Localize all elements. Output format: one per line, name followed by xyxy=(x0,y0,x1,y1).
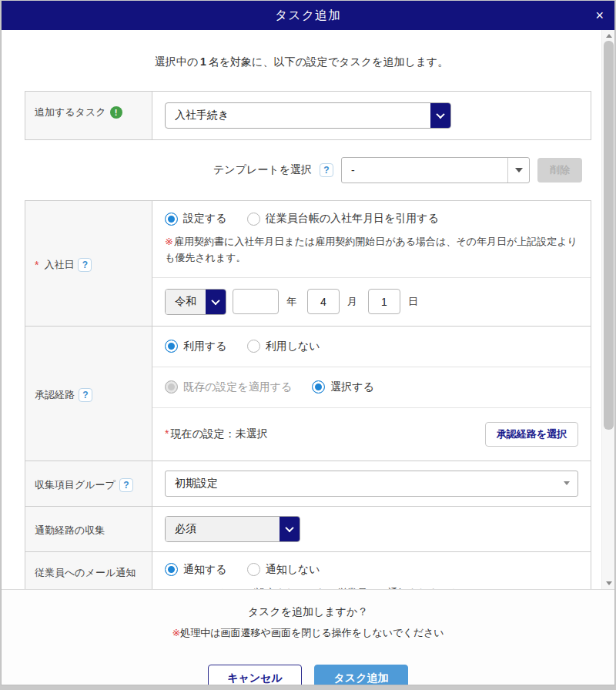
info-icon[interactable]: ! xyxy=(110,106,122,119)
help-icon-collect-group[interactable]: ? xyxy=(119,478,133,492)
radio-apply-existing[interactable]: 既存の設定を適用する xyxy=(165,380,292,394)
dropdown-arrow-icon xyxy=(507,158,529,183)
collect-group-label: 収集項目グループ xyxy=(35,478,116,492)
chevron-down-icon xyxy=(206,290,226,314)
mail-notice-note: ※メールアドレスが設定されていない従業員には通知されません。 xyxy=(165,584,578,590)
required-mark: * xyxy=(35,259,38,271)
select-approval-route-button[interactable]: 承認経路を選択 xyxy=(485,422,578,447)
modal-body: 選択中の1名を対象に、以下の設定でタスクを追加します。 追加するタスク ! 入社… xyxy=(2,30,614,590)
approval-route-row: 承認経路 ? 利用する 利用しない xyxy=(25,326,591,461)
footer-note: ※処理中は画面遷移や画面を閉じる操作をしないでください xyxy=(2,626,614,640)
day-input[interactable] xyxy=(368,289,400,314)
radio-on-icon xyxy=(165,213,178,226)
collect-group-value: 初期設定 xyxy=(166,471,556,496)
task-select-table: 追加するタスク ! 入社手続き xyxy=(25,91,591,140)
cancel-button[interactable]: キャンセル xyxy=(208,665,302,685)
modal-header: タスク追加 × xyxy=(2,1,614,30)
mail-notice-label-cell: 従業員へのメール通知 xyxy=(25,552,152,590)
hire-date-note: ※雇用契約書に入社年月日または雇用契約開始日がある場合は、その年月日が上記設定よ… xyxy=(165,233,578,266)
radio-not-notify[interactable]: 通知しない xyxy=(247,563,320,577)
radio-disabled-icon xyxy=(165,380,178,394)
selected-count: 1 xyxy=(198,55,209,68)
commute-label: 通勤経路の収集 xyxy=(35,524,105,538)
era-select[interactable]: 令和 xyxy=(165,289,226,315)
vertical-scrollbar[interactable] xyxy=(601,30,614,589)
dropdown-arrow-icon xyxy=(556,471,578,496)
current-setting-text: *現在の設定：未選択 xyxy=(165,427,268,441)
collect-group-row: 収集項目グループ ? 初期設定 xyxy=(25,461,591,506)
add-task-modal: タスク追加 × 選択中の1名を対象に、以下の設定でタスクを追加します。 追加する… xyxy=(1,1,615,685)
help-icon-hire-date[interactable]: ? xyxy=(78,258,92,272)
scroll-down-icon[interactable] xyxy=(602,578,614,589)
collect-group-label-cell: 収集項目グループ ? xyxy=(25,461,152,506)
radio-notify[interactable]: 通知する xyxy=(165,563,227,577)
radio-use-approval[interactable]: 利用する xyxy=(165,340,227,353)
commute-field-cell: 必須 xyxy=(152,507,591,551)
month-unit: 月 xyxy=(347,295,357,309)
collect-group-field-cell: 初期設定 xyxy=(152,461,591,506)
confirm-question: タスクを追加しますか？ xyxy=(2,605,614,619)
hire-date-label-cell: * 入社日 ? xyxy=(25,201,152,326)
task-select[interactable]: 入社手続き xyxy=(165,102,451,129)
radio-off-icon xyxy=(247,563,260,576)
radio-set-date[interactable]: 設定する xyxy=(165,212,227,226)
mail-notice-field-cell: 通知する 通知しない ※メールアドレスが設定されていない従業員には通知されません… xyxy=(152,552,591,590)
template-combobox-value: - xyxy=(342,158,507,183)
chevron-down-icon xyxy=(430,103,450,128)
task-label: 追加するタスク xyxy=(35,106,106,119)
radio-off-icon xyxy=(247,340,260,353)
intro-text: 選択中の1名を対象に、以下の設定でタスクを追加します。 xyxy=(2,30,601,75)
commute-row: 通勤経路の収集 必須 xyxy=(25,506,591,551)
mail-notice-row: 従業員へのメール通知 通知する 通知しない xyxy=(25,551,591,590)
task-row: 追加するタスク ! 入社手続き xyxy=(25,92,591,139)
task-select-value: 入社手続き xyxy=(166,103,430,128)
collect-group-combobox[interactable]: 初期設定 xyxy=(165,471,578,497)
radio-on-icon xyxy=(165,340,178,353)
modal-title: タスク追加 xyxy=(275,8,341,24)
hire-date-field-cell: 設定する 従業員台帳の入社年月日を引用する ※雇用契約書に入社年月日または雇用契… xyxy=(152,201,591,326)
mail-notice-label: 従業員へのメール通知 xyxy=(35,566,136,580)
commute-select-value: 必須 xyxy=(166,517,280,541)
help-icon-approval[interactable]: ? xyxy=(79,388,92,402)
footer-buttons: キャンセル タスク追加 xyxy=(2,665,614,685)
radio-not-use-approval[interactable]: 利用しない xyxy=(247,340,320,353)
era-select-value: 令和 xyxy=(166,290,206,314)
approval-field-cell: 利用する 利用しない 既存の設定を適用する xyxy=(152,327,591,461)
approval-label: 承認経路 xyxy=(35,388,75,402)
year-input[interactable] xyxy=(233,289,279,314)
year-unit: 年 xyxy=(286,295,296,309)
day-unit: 日 xyxy=(408,295,418,309)
template-row: テンプレートを選択 ? - 削除 xyxy=(2,140,601,185)
radio-select-route[interactable]: 選択する xyxy=(312,380,374,394)
radio-off-icon xyxy=(247,213,260,226)
add-task-button[interactable]: タスク追加 xyxy=(314,665,408,685)
radio-on-icon xyxy=(165,563,178,576)
hire-date-row: * 入社日 ? 設定する xyxy=(25,201,591,326)
hire-date-label: 入社日 xyxy=(44,258,74,272)
scrollbar-thumb[interactable] xyxy=(604,41,614,430)
commute-label-cell: 通勤経路の収集 xyxy=(25,507,152,551)
month-input[interactable] xyxy=(307,289,340,314)
task-label-cell: 追加するタスク ! xyxy=(25,92,152,139)
chevron-down-icon xyxy=(280,517,300,541)
commute-select[interactable]: 必須 xyxy=(165,516,300,542)
close-icon[interactable]: × xyxy=(595,1,604,30)
approval-label-cell: 承認経路 ? xyxy=(25,327,152,461)
settings-table: * 入社日 ? 設定する xyxy=(25,200,591,590)
scroll-up-icon[interactable] xyxy=(602,30,614,42)
task-field-cell: 入社手続き xyxy=(152,92,591,139)
help-icon-template[interactable]: ? xyxy=(320,163,333,177)
radio-quote-roster[interactable]: 従業員台帳の入社年月日を引用する xyxy=(247,212,439,226)
delete-template-button[interactable]: 削除 xyxy=(537,158,582,183)
radio-on-icon xyxy=(312,380,325,394)
template-combobox[interactable]: - xyxy=(341,157,530,183)
template-label: テンプレートを選択 xyxy=(213,163,312,177)
modal-footer: タスクを追加しますか？ ※処理中は画面遷移や画面を閉じる操作をしないでください … xyxy=(2,590,614,685)
